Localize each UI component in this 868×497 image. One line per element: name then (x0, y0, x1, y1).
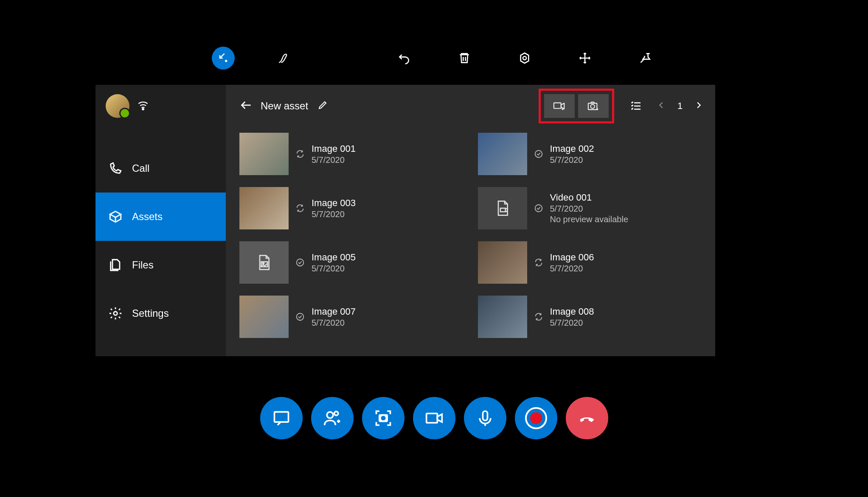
svg-point-0 (225, 60, 227, 62)
sidebar-item-call[interactable]: Call (96, 144, 226, 193)
asset-row[interactable]: Image 0025/7/2020 (478, 131, 704, 176)
asset-thumbnail (239, 296, 289, 338)
asset-thumbnail (239, 241, 289, 284)
asset-row[interactable]: Image 0035/7/2020 (239, 186, 465, 231)
check-icon (295, 312, 306, 321)
content-area: New asset 1 (226, 85, 715, 356)
nav-label: Settings (132, 307, 169, 319)
hangup-button[interactable] (566, 397, 608, 439)
asset-meta: Image 0025/7/2020 (550, 143, 594, 165)
asset-grid: Image 0015/7/2020Image 0025/7/2020Image … (226, 127, 715, 356)
undo-button[interactable] (393, 47, 416, 70)
svg-point-7 (535, 151, 542, 158)
record-button[interactable] (515, 397, 557, 439)
mic-toggle-button[interactable] (464, 397, 506, 439)
svg-point-6 (590, 104, 594, 108)
svg-point-13 (297, 313, 304, 321)
asset-row[interactable]: Image 0015/7/2020 (239, 131, 465, 176)
asset-name: Image 001 (312, 143, 356, 154)
asset-row[interactable]: Image 0055/7/2020 (239, 240, 465, 285)
arrows-move-button[interactable] (573, 47, 596, 70)
sidebar: Call Assets Files Settings (96, 85, 226, 356)
sync-icon (295, 149, 306, 159)
stop-record-button[interactable] (332, 47, 355, 70)
wifi-icon (137, 99, 149, 113)
asset-name: Image 006 (550, 252, 594, 263)
main-panel: Call Assets Files Settings New asset (96, 85, 715, 356)
sync-icon (533, 312, 544, 321)
content-header: New asset 1 (226, 85, 715, 127)
svg-point-17 (380, 415, 386, 422)
asset-meta: Video 0015/7/2020No preview available (550, 192, 629, 224)
asset-meta: Image 0075/7/2020 (312, 306, 356, 328)
asset-thumbnail (239, 187, 289, 229)
asset-date: 5/7/2020 (550, 204, 629, 214)
svg-point-12 (297, 259, 304, 266)
asset-name: Image 008 (550, 306, 594, 317)
ink-pen-button[interactable] (272, 47, 295, 70)
asset-row[interactable]: Image 0065/7/2020 (478, 240, 704, 285)
asset-meta: Image 0085/7/2020 (550, 306, 594, 328)
asset-thumbnail (478, 187, 527, 229)
checklist-view-button[interactable] (629, 100, 644, 112)
user-avatar[interactable] (106, 94, 129, 118)
check-icon (533, 204, 544, 213)
svg-point-1 (523, 56, 526, 60)
asset-name: Image 007 (312, 306, 356, 317)
asset-name: Image 003 (312, 198, 356, 209)
delete-button[interactable] (453, 47, 476, 70)
asset-name: Video 001 (550, 192, 629, 203)
shape-hexagon-button[interactable] (513, 47, 536, 70)
sidebar-item-settings[interactable]: Settings (96, 289, 226, 338)
svg-rect-14 (274, 412, 288, 422)
add-people-button[interactable] (311, 397, 354, 439)
sync-icon (533, 258, 544, 267)
asset-date: 5/7/2020 (312, 264, 356, 274)
next-page-button[interactable] (694, 101, 703, 112)
asset-meta: Image 0015/7/2020 (312, 143, 356, 165)
annotation-toolbar (0, 47, 868, 70)
asset-row[interactable]: Image 0075/7/2020 (239, 294, 465, 339)
asset-date: 5/7/2020 (312, 318, 356, 328)
svg-rect-4 (554, 103, 561, 109)
svg-point-3 (114, 312, 118, 316)
svg-point-2 (142, 109, 144, 110)
nav-label: Files (132, 259, 154, 271)
capture-buttons-highlight (539, 89, 614, 123)
asset-meta: Image 0065/7/2020 (550, 252, 594, 274)
chat-button[interactable] (260, 397, 303, 439)
back-button[interactable] (239, 98, 253, 114)
svg-point-16 (334, 411, 338, 415)
asset-row[interactable]: Image 0085/7/2020 (478, 294, 704, 339)
sidebar-item-files[interactable]: Files (96, 241, 226, 289)
pin-button[interactable] (634, 47, 657, 70)
asset-thumbnail (478, 296, 527, 338)
screenshot-button[interactable] (362, 397, 405, 439)
video-toggle-button[interactable] (413, 397, 455, 439)
svg-rect-20 (483, 411, 487, 421)
asset-meta: Image 0055/7/2020 (312, 252, 356, 274)
asset-name: Image 005 (312, 252, 356, 263)
pager: 1 (657, 101, 703, 112)
sidebar-header (96, 85, 226, 127)
check-icon (533, 149, 544, 159)
nav-label: Call (132, 162, 149, 174)
call-control-bar (0, 397, 868, 439)
arrow-collapse-button[interactable] (212, 47, 235, 70)
edit-title-button[interactable] (317, 100, 328, 112)
asset-thumbnail (239, 133, 289, 175)
sync-icon (295, 204, 306, 213)
asset-row[interactable]: Video 0015/7/2020No preview available (478, 186, 704, 231)
svg-point-9 (535, 205, 542, 212)
sidebar-nav: Call Assets Files Settings (96, 144, 226, 338)
nav-label: Assets (132, 211, 163, 223)
prev-page-button[interactable] (657, 101, 666, 112)
asset-date: 5/7/2020 (550, 318, 594, 328)
asset-date: 5/7/2020 (312, 209, 356, 219)
page-title: New asset (261, 100, 308, 112)
photo-capture-button[interactable] (578, 94, 609, 118)
video-capture-button[interactable] (544, 94, 575, 118)
sidebar-item-assets[interactable]: Assets (96, 193, 226, 241)
asset-date: 5/7/2020 (550, 264, 594, 274)
asset-date: 5/7/2020 (550, 155, 594, 165)
